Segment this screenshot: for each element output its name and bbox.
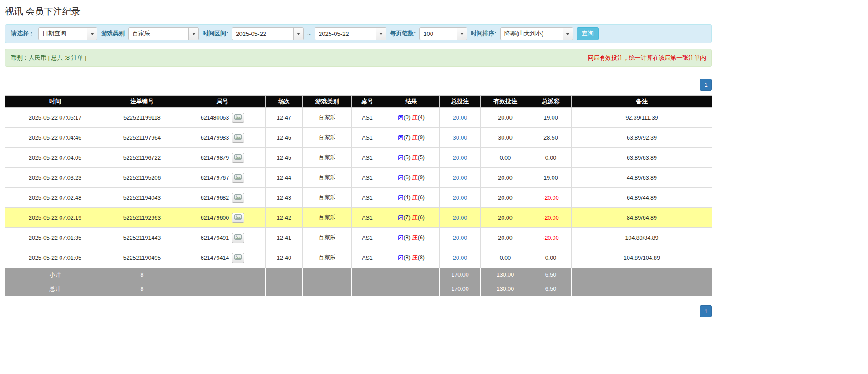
player-points: (8) xyxy=(403,254,410,261)
payout-value: 0.00 xyxy=(545,255,556,261)
round-result-button[interactable] xyxy=(232,173,244,183)
empty-cell xyxy=(383,282,440,296)
subtotal-label: 小计 xyxy=(5,268,105,282)
round-result-button[interactable] xyxy=(232,193,244,203)
cell-session: 12-43 xyxy=(266,188,303,208)
game-type-select[interactable]: 百家乐 xyxy=(128,27,199,40)
payout-value: 0.00 xyxy=(545,155,556,161)
cell-payout: 0.00 xyxy=(530,148,572,168)
round-number: 621479414 xyxy=(201,255,229,261)
banker-result: 庄 xyxy=(412,134,418,141)
round-result-button[interactable] xyxy=(232,153,244,163)
cell-note: 63.89/92.39 xyxy=(572,128,712,148)
cell-time: 2025-05-22 07:05:17 xyxy=(5,108,105,128)
payout-value: -20.00 xyxy=(543,195,558,201)
cell-time: 2025-05-22 07:02:19 xyxy=(5,208,105,228)
cell-result: 闲(8) 庄(8) xyxy=(383,248,440,268)
payout-value: -20.00 xyxy=(543,215,558,221)
search-button[interactable]: 查询 xyxy=(577,27,599,40)
player-result: 闲 xyxy=(398,134,404,141)
round-result-button[interactable] xyxy=(232,133,244,143)
subtotal-valid-bet: 130.00 xyxy=(481,268,530,282)
page-1-button[interactable]: 1 xyxy=(700,79,712,91)
banker-points: (5) xyxy=(418,154,425,161)
cell-game-type: 百家乐 xyxy=(303,188,352,208)
round-number: 621479600 xyxy=(201,215,229,221)
empty-cell xyxy=(266,282,303,296)
player-points: (7) xyxy=(403,214,410,221)
caret-down-icon[interactable] xyxy=(376,28,386,40)
select-type-label: 请选择： xyxy=(11,30,35,38)
sort-order-label: 时间排序: xyxy=(471,30,496,38)
game-image-icon xyxy=(234,254,242,261)
col-header-game-type: 游戏类别 xyxy=(303,96,352,108)
col-header-payout: 总派彩 xyxy=(530,96,572,108)
date-from-value: 2025-05-22 xyxy=(232,28,293,40)
round-result-button[interactable] xyxy=(232,113,244,123)
cell-payout: -20.00 xyxy=(530,208,572,228)
caret-down-icon[interactable] xyxy=(188,28,198,40)
total-total-bet: 170.00 xyxy=(440,282,481,296)
caret-down-icon[interactable] xyxy=(563,28,573,40)
date-to-select[interactable]: 2025-05-22 xyxy=(315,27,386,40)
empty-cell xyxy=(572,282,712,296)
cell-session: 12-45 xyxy=(266,148,303,168)
query-type-value: 日期查询 xyxy=(39,28,87,40)
game-image-icon xyxy=(234,174,242,181)
sort-order-value: 降幂(由大到小) xyxy=(501,28,563,40)
banker-result: 庄 xyxy=(412,174,418,181)
payout-value: -20.00 xyxy=(543,235,558,241)
sort-order-select[interactable]: 降幂(由大到小) xyxy=(500,27,573,40)
player-result: 闲 xyxy=(398,234,404,241)
query-type-select[interactable]: 日期查询 xyxy=(38,27,97,40)
cell-valid-bet: 20.00 xyxy=(481,188,530,208)
payout-value: 28.50 xyxy=(543,135,558,141)
total-bet-link[interactable]: 20.00 xyxy=(453,175,467,181)
table-row: 2025-05-22 07:03:23522521195206621479767… xyxy=(5,168,712,188)
pagination-top: 1 xyxy=(5,79,712,91)
total-bet-link[interactable]: 20.00 xyxy=(453,235,467,241)
cell-round: 621479983 xyxy=(179,128,266,148)
empty-cell xyxy=(352,268,383,282)
cell-result: 闲(4) 庄(6) xyxy=(383,188,440,208)
cell-valid-bet: 20.00 xyxy=(481,108,530,128)
col-header-note: 备注 xyxy=(572,96,712,108)
round-result-button[interactable] xyxy=(232,233,244,243)
subtotal-row: 小计 8 170.00 130.00 6.50 xyxy=(5,268,712,282)
banker-result: 庄 xyxy=(412,194,418,201)
total-bet-link[interactable]: 20.00 xyxy=(453,155,467,161)
table-row: 2025-05-22 07:01:05522521190495621479414… xyxy=(5,248,712,268)
cell-result: 闲(8) 庄(6) xyxy=(383,228,440,248)
caret-shape xyxy=(192,33,196,35)
caret-down-icon[interactable] xyxy=(293,28,303,40)
cell-round: 621479879 xyxy=(179,148,266,168)
cell-time: 2025-05-22 07:01:05 xyxy=(5,248,105,268)
caret-down-icon[interactable] xyxy=(457,28,467,40)
cell-note: 64.89/44.89 xyxy=(572,188,712,208)
table-row: 2025-05-22 07:04:05522521196722621479879… xyxy=(5,148,712,168)
total-label: 总计 xyxy=(5,282,105,296)
total-bet-link[interactable]: 30.00 xyxy=(453,135,467,141)
cell-total-bet: 30.00 xyxy=(440,128,481,148)
total-bet-link[interactable]: 20.00 xyxy=(453,215,467,221)
col-header-result: 结果 xyxy=(383,96,440,108)
page-size-select[interactable]: 100 xyxy=(419,27,467,40)
col-header-time: 时间 xyxy=(5,96,105,108)
cell-bet-id: 522521194043 xyxy=(105,188,179,208)
total-bet-link[interactable]: 20.00 xyxy=(453,255,467,261)
total-bet-link[interactable]: 20.00 xyxy=(453,195,467,201)
round-result-button[interactable] xyxy=(232,253,244,263)
cell-time: 2025-05-22 07:02:48 xyxy=(5,188,105,208)
page-1-button-bottom[interactable]: 1 xyxy=(700,305,712,317)
cell-session: 12-41 xyxy=(266,228,303,248)
cell-note: 84.89/64.89 xyxy=(572,208,712,228)
total-bet-link[interactable]: 20.00 xyxy=(453,115,467,121)
player-result: 闲 xyxy=(398,194,404,201)
cell-payout: 28.50 xyxy=(530,128,572,148)
round-result-button[interactable] xyxy=(232,213,244,223)
caret-down-icon[interactable] xyxy=(87,28,97,40)
player-result: 闲 xyxy=(398,114,404,121)
currency-total-summary: 币别：人民币 | 总共 :8 注单 | xyxy=(11,54,86,62)
date-from-select[interactable]: 2025-05-22 xyxy=(232,27,304,40)
player-result: 闲 xyxy=(398,154,404,161)
